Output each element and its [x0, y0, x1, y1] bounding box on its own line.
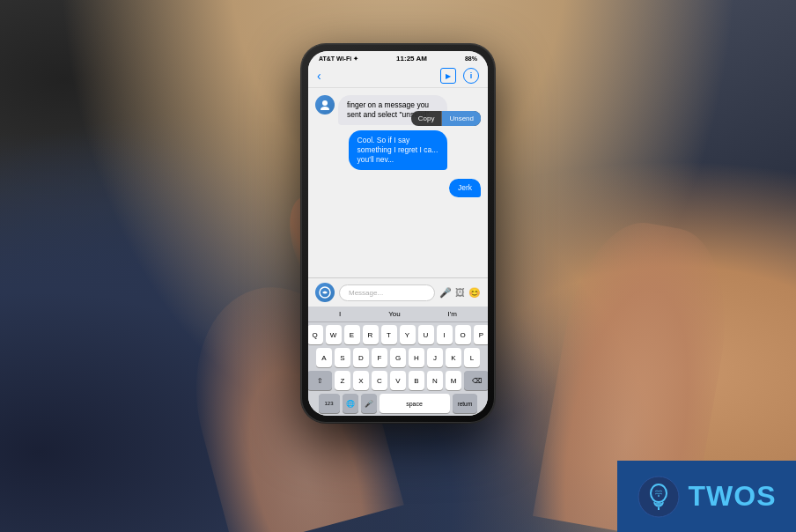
key-r[interactable]: R — [363, 325, 379, 344]
key-n[interactable]: N — [427, 371, 443, 390]
key-c[interactable]: C — [372, 371, 387, 390]
nav-bar: ‹ ▶ i — [308, 64, 488, 88]
keyboard: I You I'm Q W E R T Y U — [308, 307, 488, 416]
mic-icon[interactable]: 🎤 — [439, 287, 452, 299]
key-row-1: Q W E R T Y U I O P — [310, 325, 486, 344]
key-b[interactable]: B — [409, 371, 424, 390]
suggestion-im[interactable]: I'm — [448, 310, 457, 318]
keyboard-rows: Q W E R T Y U I O P A — [308, 322, 488, 416]
key-p[interactable]: P — [474, 325, 489, 344]
return-key[interactable]: return — [453, 394, 478, 413]
twos-branding: TWOS — [617, 461, 796, 532]
keyboard-suggestions: I You I'm — [308, 307, 488, 322]
info-icon[interactable]: i — [463, 68, 479, 84]
sent-bubble-1[interactable]: Cool. So if I say something I regret I c… — [349, 130, 448, 170]
globe-key[interactable]: 🌐 — [343, 394, 358, 413]
video-icon[interactable]: ▶ — [440, 68, 456, 84]
svg-point-7 — [658, 495, 660, 497]
input-icons: 🎤 🖼 😊 — [439, 287, 481, 299]
status-bar: AT&T Wi-Fi ✦ 11:25 AM 88% — [308, 51, 488, 64]
key-u[interactable]: U — [418, 325, 434, 344]
message-input[interactable]: Message... — [339, 284, 435, 301]
phone-screen: AT&T Wi-Fi ✦ 11:25 AM 88% ‹ ▶ i — [308, 51, 488, 416]
messenger-icon — [315, 283, 335, 302]
key-g[interactable]: G — [390, 348, 406, 367]
time-label: 11:25 AM — [396, 55, 427, 63]
battery-label: 88% — [465, 55, 477, 62]
key-w[interactable]: W — [326, 325, 342, 344]
key-q[interactable]: Q — [308, 325, 323, 344]
key-y[interactable]: Y — [400, 325, 416, 344]
phone: AT&T Wi-Fi ✦ 11:25 AM 88% ‹ ▶ i — [301, 44, 495, 423]
delete-key[interactable]: ⌫ — [464, 371, 488, 390]
numbers-key[interactable]: 123 — [319, 394, 340, 413]
context-menu: Copy Unsend — [411, 111, 481, 126]
mic-key[interactable]: 🎤 — [361, 394, 377, 413]
suggestion-you[interactable]: You — [388, 310, 401, 318]
svg-point-1 — [321, 107, 329, 110]
input-area: Message... 🎤 🖼 😊 — [308, 277, 488, 307]
key-l[interactable]: L — [464, 348, 480, 367]
carrier-label: AT&T Wi-Fi ✦ — [319, 55, 358, 63]
key-row-4: 123 🌐 🎤 space return — [310, 394, 486, 413]
key-t[interactable]: T — [381, 325, 397, 344]
svg-point-0 — [322, 100, 328, 106]
key-x[interactable]: X — [353, 371, 369, 390]
unsend-button[interactable]: Unsend — [442, 111, 481, 126]
key-h[interactable]: H — [409, 348, 424, 367]
avatar — [315, 95, 335, 115]
messages-area: finger on a message you sent and select … — [308, 88, 488, 277]
scene: AT&T Wi-Fi ✦ 11:25 AM 88% ‹ ▶ i — [0, 0, 796, 532]
suggestion-i[interactable]: I — [339, 310, 341, 318]
key-e[interactable]: E — [344, 325, 360, 344]
key-a[interactable]: A — [316, 348, 332, 367]
message-sent-2: Jerk — [315, 175, 481, 197]
key-d[interactable]: D — [353, 348, 369, 367]
image-icon[interactable]: 🖼 — [455, 287, 465, 298]
key-k[interactable]: K — [446, 348, 461, 367]
back-button[interactable]: ‹ — [317, 69, 321, 83]
key-j[interactable]: J — [427, 348, 443, 367]
emoji-icon[interactable]: 😊 — [468, 287, 481, 299]
phone-body: AT&T Wi-Fi ✦ 11:25 AM 88% ‹ ▶ i — [301, 44, 495, 423]
key-z[interactable]: Z — [335, 371, 350, 390]
key-o[interactable]: O — [455, 325, 471, 344]
message-sent-1: Copy Unsend Cool. So if I say something … — [349, 130, 481, 170]
twos-label: TWOS — [689, 480, 777, 513]
nav-icons: ▶ i — [440, 68, 479, 84]
twos-logo-icon — [638, 476, 680, 518]
key-v[interactable]: V — [390, 371, 406, 390]
copy-button[interactable]: Copy — [411, 111, 443, 126]
key-i[interactable]: I — [437, 325, 453, 344]
key-row-2: A S D F G H J K L — [310, 348, 486, 367]
shift-key[interactable]: ⇧ — [308, 371, 332, 390]
key-s[interactable]: S — [335, 348, 350, 367]
space-key[interactable]: space — [380, 394, 450, 413]
key-f[interactable]: F — [372, 348, 387, 367]
sent-bubble-2[interactable]: Jerk — [449, 179, 481, 197]
key-m[interactable]: M — [446, 371, 461, 390]
key-row-3: ⇧ Z X C V B N M ⌫ — [310, 371, 486, 390]
